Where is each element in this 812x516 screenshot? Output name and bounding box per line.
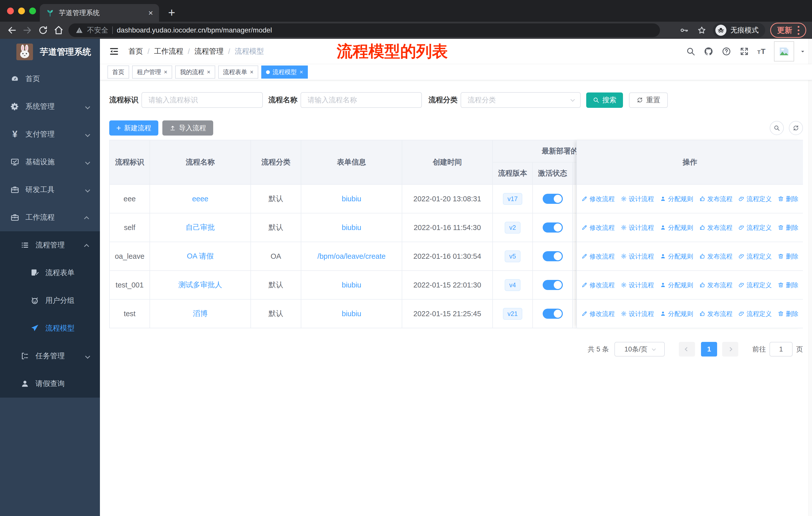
action-删除[interactable]: 删除: [778, 195, 799, 203]
close-window-button[interactable]: [7, 7, 14, 15]
sidebar-item-payment[interactable]: ¥支付管理: [0, 120, 100, 148]
action-设计流程[interactable]: 设计流程: [621, 223, 654, 232]
sidebar-item-leave-query[interactable]: 请假查询: [0, 370, 100, 398]
action-分配规则[interactable]: 分配规则: [660, 223, 693, 232]
action-发布流程[interactable]: 发布流程: [699, 223, 732, 232]
breadcrumb-item[interactable]: 工作流程: [154, 46, 183, 56]
filter-category-select[interactable]: 流程分类: [461, 92, 581, 108]
sidebar-item-process-form[interactable]: 流程表单: [0, 259, 100, 287]
browser-update-button[interactable]: 更新: [770, 23, 806, 38]
form-link[interactable]: biubiu: [342, 281, 361, 289]
action-发布流程[interactable]: 发布流程: [699, 281, 732, 289]
filter-name-input[interactable]: [300, 92, 422, 108]
action-删除[interactable]: 删除: [778, 310, 799, 318]
filter-id-input[interactable]: [141, 92, 263, 108]
breadcrumb-item[interactable]: 首页: [128, 46, 143, 56]
refresh-table-button[interactable]: [789, 121, 803, 135]
active-toggle[interactable]: [543, 194, 563, 204]
reset-button[interactable]: 重置: [629, 92, 668, 108]
tag-租户管理[interactable]: 租户管理×: [132, 65, 172, 79]
sidebar-item-process-manage[interactable]: 流程管理: [0, 231, 100, 259]
action-流程定义[interactable]: 流程定义: [738, 223, 772, 232]
action-设计流程[interactable]: 设计流程: [621, 252, 654, 261]
sidebar-item-home[interactable]: 首页: [0, 65, 100, 93]
process-name-link[interactable]: OA 请假: [187, 251, 213, 261]
fullscreen-icon[interactable]: [740, 47, 749, 56]
active-toggle[interactable]: [543, 309, 563, 319]
url-bar[interactable]: 不安全 dashboard.yudao.iocoder.cn/bpm/manag…: [68, 23, 660, 37]
sidebar-logo[interactable]: 芋道管理系统: [0, 39, 100, 65]
sidebar-item-infra[interactable]: 基础设施: [0, 148, 100, 176]
next-page-button[interactable]: [722, 342, 738, 356]
search-button[interactable]: 搜索: [586, 92, 623, 108]
active-toggle[interactable]: [543, 222, 563, 233]
active-toggle[interactable]: [543, 251, 563, 261]
action-流程定义[interactable]: 流程定义: [738, 281, 772, 289]
page-number-button[interactable]: 1: [701, 342, 717, 356]
action-删除[interactable]: 删除: [778, 252, 799, 261]
action-分配规则[interactable]: 分配规则: [660, 281, 693, 289]
import-process-button[interactable]: 导入流程: [162, 120, 213, 136]
search-icon[interactable]: [686, 47, 695, 56]
not-secure-warning-icon[interactable]: [76, 26, 83, 34]
form-link[interactable]: biubiu: [342, 223, 361, 232]
breadcrumb-item[interactable]: 流程管理: [194, 46, 224, 56]
prev-page-button[interactable]: [679, 342, 695, 356]
forward-icon[interactable]: [22, 25, 33, 35]
action-删除[interactable]: 删除: [778, 281, 799, 289]
action-修改流程[interactable]: 修改流程: [581, 252, 615, 261]
action-删除[interactable]: 删除: [778, 223, 799, 232]
browser-menu-icon[interactable]: [798, 26, 800, 35]
goto-page-input[interactable]: [770, 342, 793, 356]
tag-流程模型[interactable]: 流程模型×: [261, 65, 308, 79]
action-分配规则[interactable]: 分配规则: [660, 252, 693, 261]
process-name-link[interactable]: 自己审批: [186, 222, 215, 233]
scrollbar[interactable]: [809, 39, 812, 516]
sidebar-item-devtools[interactable]: 研发工具: [0, 176, 100, 203]
action-修改流程[interactable]: 修改流程: [581, 310, 615, 318]
tab-close-icon[interactable]: ×: [148, 9, 153, 17]
process-name-link[interactable]: eeee: [192, 195, 208, 203]
home-icon[interactable]: [53, 25, 64, 35]
action-设计流程[interactable]: 设计流程: [621, 310, 654, 318]
sidebar-item-workflow[interactable]: 工作流程: [0, 203, 100, 231]
help-icon[interactable]: [722, 47, 731, 56]
tag-close-icon[interactable]: ×: [299, 69, 303, 75]
form-link[interactable]: /bpm/oa/leave/create: [317, 252, 386, 261]
form-link[interactable]: biubiu: [342, 310, 361, 318]
process-name-link[interactable]: 测试多审批人: [178, 280, 222, 290]
form-link[interactable]: biubiu: [342, 195, 361, 203]
avatar[interactable]: [774, 41, 794, 61]
sidebar-item-process-model[interactable]: 流程模型: [0, 315, 100, 342]
show-search-button[interactable]: [770, 121, 784, 135]
page-size-select[interactable]: 10条/页: [614, 342, 665, 356]
tag-close-icon[interactable]: ×: [250, 69, 254, 75]
github-icon[interactable]: [704, 47, 713, 56]
font-size-icon[interactable]: TT: [757, 47, 766, 56]
tag-close-icon[interactable]: ×: [164, 69, 167, 75]
active-toggle[interactable]: [543, 280, 563, 290]
create-process-button[interactable]: + 新建流程: [109, 120, 158, 136]
tag-close-icon[interactable]: ×: [207, 69, 210, 75]
password-key-icon[interactable]: [679, 26, 689, 35]
process-name-link[interactable]: 滔博: [193, 309, 208, 319]
action-修改流程[interactable]: 修改流程: [581, 281, 615, 289]
action-发布流程[interactable]: 发布流程: [699, 310, 732, 318]
action-修改流程[interactable]: 修改流程: [581, 195, 615, 203]
sidebar-item-task-manage[interactable]: 任务管理: [0, 342, 100, 370]
tag-我的流程[interactable]: 我的流程×: [175, 65, 215, 79]
minimize-window-button[interactable]: [18, 7, 25, 15]
action-流程定义[interactable]: 流程定义: [738, 310, 772, 318]
hamburger-icon[interactable]: [109, 46, 119, 57]
action-流程定义[interactable]: 流程定义: [738, 195, 772, 203]
sidebar-item-system[interactable]: 系统管理: [0, 93, 100, 120]
browser-tab[interactable]: 芋道管理系统 ×: [40, 4, 159, 22]
action-发布流程[interactable]: 发布流程: [699, 252, 732, 261]
action-流程定义[interactable]: 流程定义: [738, 252, 772, 261]
action-分配规则[interactable]: 分配规则: [660, 195, 693, 203]
zoom-window-button[interactable]: [29, 7, 36, 15]
sidebar-item-user-group[interactable]: 用户分组: [0, 287, 100, 315]
action-发布流程[interactable]: 发布流程: [699, 195, 732, 203]
action-设计流程[interactable]: 设计流程: [621, 281, 654, 289]
tag-首页[interactable]: 首页: [108, 65, 129, 79]
